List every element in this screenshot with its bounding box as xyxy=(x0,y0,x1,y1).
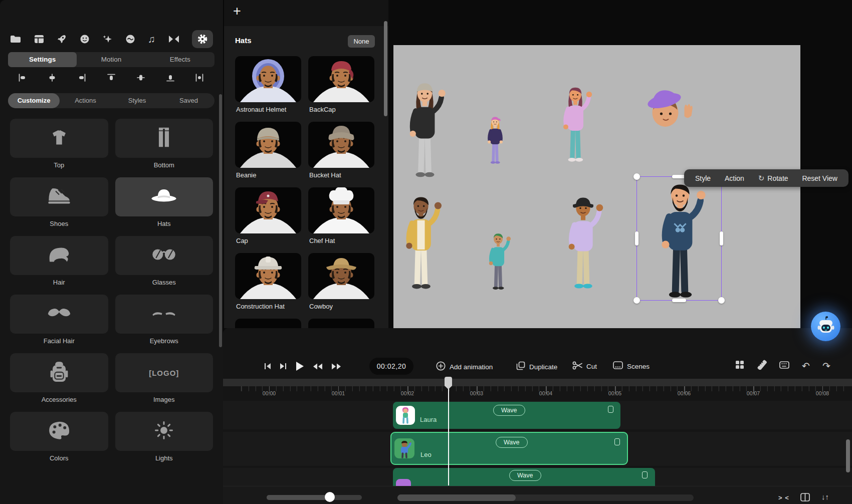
hat-option-chef-hat[interactable] xyxy=(308,187,374,233)
category-hair[interactable] xyxy=(10,236,108,275)
context-action[interactable]: Action xyxy=(725,174,744,182)
effects-sparkle-icon[interactable] xyxy=(102,34,112,44)
settings-nav-button[interactable] xyxy=(192,30,213,48)
music-icon[interactable]: ♫ xyxy=(148,34,155,45)
redo-icon[interactable]: ↷ xyxy=(822,360,830,372)
play-button[interactable] xyxy=(295,361,304,373)
align-bottom-icon[interactable] xyxy=(166,73,175,84)
duplicate-button[interactable]: Duplicate xyxy=(516,361,557,372)
motion-wave-icon[interactable] xyxy=(125,34,135,44)
character-man-yellow-jacket[interactable] xyxy=(396,193,446,292)
character-boy-green-hair[interactable] xyxy=(479,231,517,292)
fast-forward-button[interactable] xyxy=(331,363,341,372)
none-button[interactable]: None xyxy=(348,35,375,48)
context-style[interactable]: Style xyxy=(695,174,711,182)
align-top-icon[interactable] xyxy=(107,73,116,84)
category-top[interactable] xyxy=(10,119,108,158)
selection-handle-bottom[interactable] xyxy=(672,299,686,302)
add-animation-button[interactable]: Add animation xyxy=(436,361,493,373)
reorder-tracks-icon[interactable]: ↓↑ xyxy=(821,492,829,501)
skip-start-button[interactable] xyxy=(264,363,271,372)
selection-handle-bottom-left[interactable] xyxy=(633,297,640,304)
hat-option-backcap[interactable] xyxy=(308,56,374,102)
playhead-line[interactable] xyxy=(448,379,449,485)
subtab-saved[interactable]: Saved xyxy=(163,93,215,108)
character-woman-grey-beanie[interactable] xyxy=(401,68,449,180)
category-eyebrows[interactable] xyxy=(115,295,214,334)
tab-settings[interactable]: Settings xyxy=(8,52,77,67)
category-hats[interactable] xyxy=(115,177,214,216)
hat-option-cowboy[interactable] xyxy=(308,253,374,299)
category-lights[interactable] xyxy=(115,412,214,451)
emoji-icon[interactable] xyxy=(80,34,90,44)
track-bar-third[interactable]: Wave xyxy=(393,468,655,486)
animation-badge[interactable]: Wave xyxy=(493,405,525,416)
tab-motion[interactable]: Motion xyxy=(77,52,145,67)
ruler-icon[interactable] xyxy=(757,360,767,372)
ai-assistant-button[interactable] xyxy=(811,312,840,341)
category-bottom[interactable] xyxy=(115,119,214,158)
track-clip-icon[interactable] xyxy=(608,406,613,413)
category-colors[interactable] xyxy=(10,412,108,451)
keyboard-icon[interactable] xyxy=(779,361,789,371)
selection-handle-left[interactable] xyxy=(635,231,638,245)
animation-badge[interactable]: Wave xyxy=(509,470,541,481)
timeline-hscrollbar[interactable] xyxy=(397,494,694,501)
hat-option-party-hat[interactable] xyxy=(308,319,374,328)
scrubber-band[interactable] xyxy=(223,379,852,386)
track-bar-leo-selected[interactable]: Leo Wave xyxy=(390,432,628,465)
skip-end-button[interactable] xyxy=(280,363,287,372)
scenes-button[interactable]: Scenes xyxy=(613,361,650,371)
hat-option-beanie[interactable] xyxy=(235,122,301,168)
align-center-horizontal-icon[interactable] xyxy=(48,73,57,84)
animation-badge[interactable]: Wave xyxy=(496,437,528,448)
category-glasses[interactable] xyxy=(115,236,214,275)
category-images[interactable]: [LOGO] xyxy=(115,353,214,392)
subtab-styles[interactable]: Styles xyxy=(111,93,163,108)
zoom-slider-knob[interactable] xyxy=(325,492,335,502)
collapse-tracks-icon[interactable]: > < xyxy=(778,494,789,501)
templates-icon[interactable] xyxy=(34,35,44,44)
subtab-customize[interactable]: Customize xyxy=(8,93,60,108)
track-clip-icon[interactable] xyxy=(642,471,648,478)
cut-button[interactable]: Cut xyxy=(572,361,597,372)
align-right-icon[interactable] xyxy=(77,73,86,84)
transition-icon[interactable] xyxy=(168,35,179,43)
character-girl-pink-cap[interactable] xyxy=(479,115,512,165)
selection-handle-right[interactable] xyxy=(720,231,723,245)
split-view-icon[interactable] xyxy=(800,493,810,503)
align-left-icon[interactable] xyxy=(18,73,27,84)
hat-option-bucket-hat[interactable] xyxy=(308,122,374,168)
character-woman-pink-top[interactable] xyxy=(551,84,599,164)
tab-effects[interactable]: Effects xyxy=(146,52,215,67)
hat-option-astronaut-helmet[interactable] xyxy=(235,56,301,102)
track-clip-icon[interactable] xyxy=(614,438,620,445)
left-panel-scrollbar[interactable] xyxy=(219,94,222,347)
selection-box[interactable] xyxy=(636,176,722,301)
selection-handle-bottom-right[interactable] xyxy=(718,297,725,304)
character-man-black-hat[interactable] xyxy=(558,195,608,292)
category-facial-hair[interactable] xyxy=(10,295,108,334)
distribute-horizontal-icon[interactable] xyxy=(195,73,204,84)
character-kid-purple-hat[interactable] xyxy=(644,87,695,129)
subtab-actions[interactable]: Actions xyxy=(60,93,111,108)
context-rotate[interactable]: ↻ Rotate xyxy=(758,174,788,183)
hats-panel-scrollbar[interactable] xyxy=(384,21,387,116)
grid-view-icon[interactable] xyxy=(735,360,744,371)
context-reset-view[interactable]: Reset View xyxy=(802,174,837,182)
hat-option-sombrero[interactable] xyxy=(235,319,301,328)
timeline-vscrollbar[interactable] xyxy=(846,439,850,472)
hat-option-cap[interactable] xyxy=(235,187,301,233)
selection-handle-top-left[interactable] xyxy=(633,173,640,180)
category-shoes[interactable] xyxy=(10,177,108,216)
rewind-button[interactable] xyxy=(313,363,323,372)
undo-icon[interactable]: ↶ xyxy=(802,360,810,372)
align-center-vertical-icon[interactable] xyxy=(136,73,145,84)
hscrollbar-thumb[interactable] xyxy=(397,494,516,501)
hat-option-construction-hat[interactable] xyxy=(235,253,301,299)
folder-icon[interactable] xyxy=(10,35,21,44)
add-icon[interactable]: + xyxy=(233,4,241,19)
rocket-icon[interactable] xyxy=(57,34,67,44)
track-bar-laura[interactable]: Laura Wave xyxy=(393,402,620,429)
category-accessories[interactable] xyxy=(10,353,108,392)
